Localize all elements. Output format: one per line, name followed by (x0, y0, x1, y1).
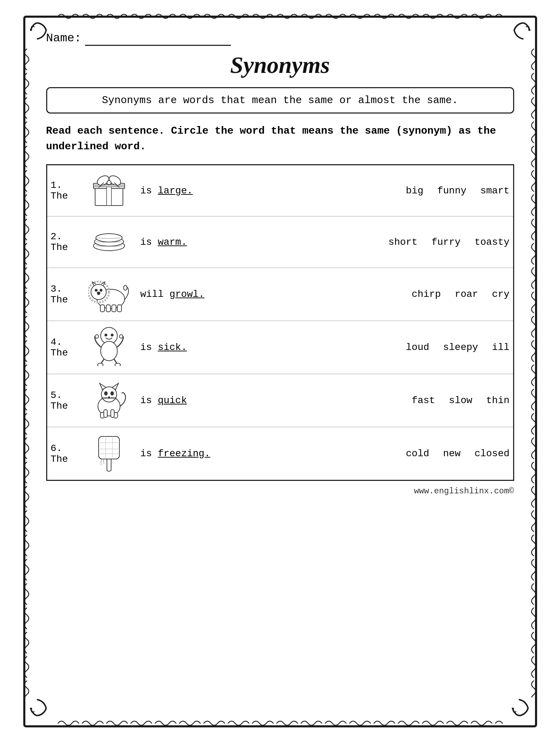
row-4-option-2: sleepy (443, 342, 478, 353)
left-border-decoration (22, 45, 32, 698)
row-4-number: 4. The (47, 321, 81, 374)
svg-point-28 (119, 335, 123, 338)
definition-box: Synonyms are words that mean the same or… (46, 87, 514, 114)
corner-decoration-tl (29, 20, 50, 45)
instruction-text: Read each sentence. Circle the word that… (46, 123, 514, 155)
row-1-image (81, 165, 137, 217)
svg-rect-18 (100, 305, 105, 312)
svg-rect-21 (117, 305, 122, 312)
svg-point-22 (124, 285, 127, 290)
svg-point-27 (95, 335, 99, 338)
svg-point-29 (98, 363, 103, 366)
row-1-option-3: smart (480, 185, 509, 196)
right-border-decoration (529, 45, 538, 698)
svg-point-17 (97, 292, 100, 294)
row-3-phrase: will growl. (137, 268, 227, 321)
row-4-phrase: is sick. (137, 321, 227, 374)
row-3-option-3: cry (492, 289, 509, 300)
row-5-option-1: fast (412, 395, 435, 406)
bottom-border-decoration (55, 718, 506, 732)
row-5-image (81, 374, 137, 427)
row-2-phrase: is warm. (137, 216, 227, 268)
row-3-option-1: chirp (412, 289, 441, 300)
svg-rect-47 (99, 436, 119, 459)
row-6-number: 6. The (47, 427, 81, 481)
row-6-option-2: new (443, 448, 460, 459)
row-3-image (81, 268, 137, 321)
svg-point-26 (101, 341, 117, 361)
table-row: 6. The (47, 427, 513, 481)
row-6-underlined-word: freezing. (158, 448, 210, 459)
svg-rect-45 (111, 410, 114, 417)
corner-decoration-tr (511, 20, 532, 45)
svg-point-16 (100, 289, 102, 291)
row-1-underlined-word: large. (158, 185, 193, 196)
row-1-phrase: is large. (137, 165, 227, 217)
row-4-underlined-word: sick. (158, 342, 187, 353)
row-5-underlined-word: quick (158, 395, 187, 406)
table-row: 2. The is warm. (47, 216, 513, 268)
svg-rect-20 (112, 305, 116, 312)
row-5-number: 5. The (47, 374, 81, 427)
row-2-option-3: toasty (475, 237, 510, 248)
svg-point-35 (105, 392, 107, 395)
row-2-options: short furry toasty (227, 216, 513, 268)
row-1-options: big funny smart (227, 165, 513, 217)
row-2-image (81, 216, 137, 268)
svg-point-25 (111, 334, 113, 336)
row-6-options: cold new closed (227, 427, 513, 481)
svg-point-36 (111, 392, 114, 395)
name-input[interactable] (85, 32, 231, 46)
table-row: 4. The (47, 321, 513, 374)
row-2-underlined-word: warm. (158, 237, 187, 248)
table-row: 1. The (47, 165, 513, 217)
row-5-options: fast slow thin (227, 374, 513, 427)
name-label: Name: (46, 32, 82, 45)
row-3-options: chirp roar cry (227, 268, 513, 321)
table-row: 5. The (47, 374, 513, 427)
svg-point-6 (107, 181, 111, 185)
row-5-option-3: thin (486, 395, 509, 406)
row-1-number: 1. The (47, 165, 81, 217)
row-2-option-2: furry (432, 237, 461, 248)
row-5-phrase: is quick (137, 374, 227, 427)
row-3-underlined-word: growl. (169, 289, 204, 300)
row-1-option-1: big (406, 185, 423, 196)
definition-text: Synonyms are words that mean the same or… (102, 94, 458, 106)
row-4-option-3: ill (492, 342, 509, 353)
footer-credit: www.englishlinx.com© (46, 486, 514, 496)
corner-decoration-br (511, 698, 532, 723)
row-4-options: loud sleepy ill (227, 321, 513, 374)
name-field-row: Name: (46, 32, 514, 46)
svg-point-11 (96, 234, 122, 242)
page-title: Synonyms (46, 51, 514, 79)
top-border-decoration (55, 11, 506, 25)
svg-rect-3 (93, 185, 125, 187)
row-6-option-1: cold (406, 448, 429, 459)
svg-point-15 (95, 289, 97, 291)
row-6-option-3: closed (475, 448, 510, 459)
row-1-option-2: funny (437, 185, 466, 196)
row-4-option-1: loud (406, 342, 429, 353)
row-2-number: 2. The (47, 216, 81, 268)
exercise-table: 1. The (46, 164, 514, 481)
corner-decoration-bl (29, 698, 50, 723)
worksheet-page: Name: Synonyms Synonyms are words that m… (23, 16, 537, 727)
svg-point-30 (115, 363, 120, 366)
svg-point-24 (105, 334, 107, 336)
svg-rect-44 (104, 410, 107, 417)
row-6-phrase: is freezing. (137, 427, 227, 481)
row-3-number: 3. The (47, 268, 81, 321)
table-row: 3. The (47, 268, 513, 321)
row-4-image (81, 321, 137, 374)
row-2-option-1: short (388, 237, 418, 248)
row-3-option-2: roar (455, 289, 478, 300)
row-5-option-2: slow (449, 395, 472, 406)
row-6-image (81, 427, 137, 481)
svg-rect-19 (106, 305, 110, 312)
